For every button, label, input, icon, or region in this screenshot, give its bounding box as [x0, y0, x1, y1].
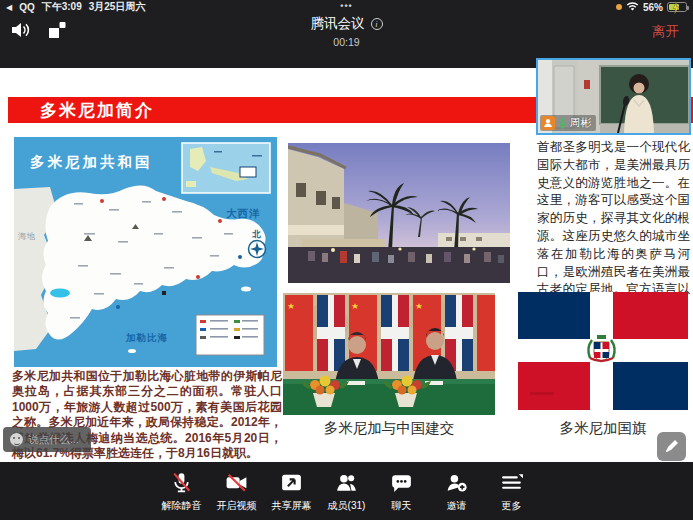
member-role-icon — [541, 116, 555, 130]
map-legend — [196, 315, 264, 355]
meeting-toolbar: 解除静音 开启视频 共享屏幕 成员(31) — [0, 462, 693, 520]
camera-off-icon — [224, 470, 249, 495]
chat-quick-input[interactable]: 说点什么... — [3, 427, 91, 452]
invite-icon — [444, 470, 469, 495]
battery-icon — [667, 2, 687, 12]
leave-meeting-button[interactable]: 离开 — [652, 23, 679, 41]
wifi-icon — [626, 2, 639, 12]
share-screen-button[interactable]: 共享屏幕 — [264, 470, 319, 513]
participant-name: 周彬 — [570, 116, 591, 130]
compass-rose-icon — [249, 241, 266, 258]
members-button[interactable]: 成员(31) — [319, 470, 374, 513]
chat-placeholder: 说点什么... — [28, 433, 79, 447]
participant-label: 周彬 — [540, 115, 596, 131]
map-neighbor-label: 海地 — [18, 231, 36, 241]
emoji-icon — [10, 433, 23, 446]
toolbar-label: 聊天 — [392, 499, 412, 513]
toolbar-label: 更多 — [502, 499, 522, 513]
map-inset — [182, 143, 270, 193]
toolbar-label: 邀请 — [447, 499, 467, 513]
status-more-dots: ••• — [340, 1, 352, 11]
more-button[interactable]: 更多 — [484, 470, 539, 513]
mic-in-use-dot — [616, 4, 622, 10]
switch-layout-button[interactable] — [46, 19, 68, 41]
battery-percent: 56% — [643, 2, 663, 13]
china-dr-signing-photo — [283, 293, 495, 415]
meeting-title-block[interactable]: 腾讯会议 i 00:19 — [311, 15, 383, 48]
more-icon — [499, 470, 524, 495]
right-capital-paragraph: 首都圣多明戈是一个现代化国际大都市，是美洲最具历史意义的游览胜地之一。在这里，游… — [537, 139, 690, 317]
map-compass-label: 北 — [251, 229, 261, 239]
dominican-flag-image — [518, 292, 688, 410]
toolbar-label: 成员(31) — [328, 499, 366, 513]
speaker-icon — [10, 20, 32, 40]
chat-icon — [389, 470, 414, 495]
participant-video-thumbnail[interactable]: 周彬 — [536, 58, 691, 135]
start-video-button[interactable]: 开启视频 — [209, 470, 264, 513]
photo-caption: 多米尼加与中国建交 — [283, 419, 495, 438]
mic-on-icon — [558, 117, 567, 129]
members-icon — [334, 470, 359, 495]
toolbar-label: 共享屏幕 — [272, 499, 312, 513]
meeting-timer: 00:19 — [311, 36, 383, 48]
dominican-republic-map: 多米尼加共和国 大西洋 加勒比海 海地 北 — [14, 137, 277, 367]
invite-button[interactable]: 邀请 — [429, 470, 484, 513]
unmute-button[interactable]: 解除静音 — [154, 470, 209, 513]
status-time: 下午3:09 — [42, 0, 82, 14]
status-date: 3月25日周六 — [89, 0, 146, 14]
pen-icon — [663, 438, 680, 455]
annotation-button[interactable] — [657, 432, 686, 461]
chat-button[interactable]: 聊天 — [374, 470, 429, 513]
toolbar-label: 开启视频 — [217, 499, 257, 513]
back-to-app-link[interactable]: QQ — [19, 2, 35, 13]
share-screen-icon — [279, 470, 304, 495]
meeting-app-title: 腾讯会议 — [311, 15, 365, 33]
muted-mic-icon — [169, 470, 194, 495]
map-title: 多米尼加共和国 — [30, 154, 153, 170]
info-icon[interactable]: i — [371, 18, 383, 30]
status-bar: ◀ QQ 下午3:09 3月25日周六 ••• 56% — [0, 0, 693, 14]
map-ocean-label: 大西洋 — [226, 207, 261, 219]
santo-domingo-plaza-photo — [288, 143, 510, 283]
map-sea-label: 加勒比海 — [125, 332, 168, 343]
speaker-button[interactable] — [10, 19, 32, 41]
tencent-meeting-screen: ◀ QQ 下午3:09 3月25日周六 ••• 56% — [0, 0, 693, 520]
back-triangle-icon: ◀ — [6, 3, 12, 12]
toolbar-label: 解除静音 — [162, 499, 202, 513]
layout-icon — [47, 20, 67, 40]
